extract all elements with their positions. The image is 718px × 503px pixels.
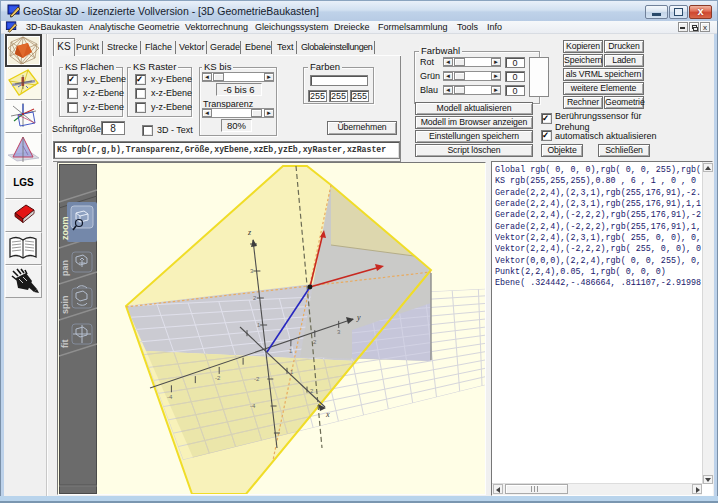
svg-text:y: y (356, 313, 361, 322)
svg-text:spin: spin (60, 295, 70, 314)
svg-text:pan: pan (60, 260, 70, 276)
svg-text:zoom: zoom (60, 217, 70, 241)
svg-text:-4: -4 (167, 394, 173, 400)
svg-text:-2: -2 (215, 375, 221, 381)
svg-text:-4: -4 (250, 403, 256, 409)
svg-text:fit: fit (60, 340, 70, 349)
svg-text:-2: -2 (254, 376, 260, 382)
svg-text:x: x (325, 410, 330, 419)
